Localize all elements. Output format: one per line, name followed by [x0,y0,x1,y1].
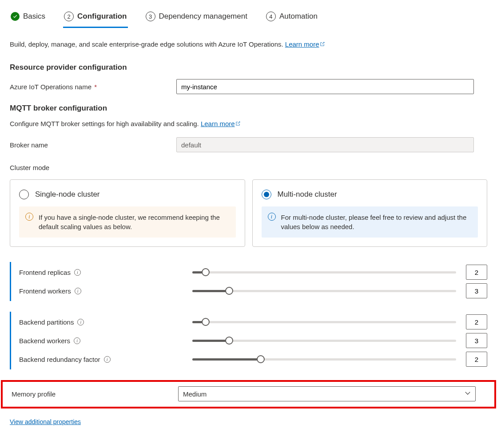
slider-label: Backend partitions [19,318,74,326]
tab-label: Configuration [77,12,127,21]
frontend-replicas-input[interactable] [466,265,487,280]
resource-provider-heading: Resource provider configuration [10,63,487,72]
label-text: Azure IoT Operations name [10,83,91,91]
memory-profile-highlight: Memory profile Medium [1,380,496,408]
step-number-icon: 2 [64,12,74,21]
select-value: Medium [183,390,207,398]
info-icon[interactable]: i [77,319,84,325]
info-icon[interactable]: i [104,356,111,363]
cluster-mode-label: Cluster mode [10,164,487,171]
tab-automation[interactable]: 4 Automation [265,10,318,28]
broker-name-label: Broker name [10,141,176,149]
frontend-workers-input[interactable] [466,283,487,298]
chevron-down-icon [465,390,471,398]
slider-label: Backend redundancy factor [19,356,100,363]
frontend-workers-slider[interactable] [192,287,456,295]
intro-text: Build, deploy, manage, and scale enterpr… [10,40,487,48]
backend-workers-row: Backend workers i [19,331,487,350]
slider-label: Frontend replicas [19,269,71,276]
step-number-icon: 3 [146,12,155,21]
info-icon: i [25,213,33,221]
backend-workers-input[interactable] [466,333,487,348]
frontend-replicas-slider[interactable] [192,268,456,276]
frontend-workers-row: Frontend workers i [19,281,487,300]
tab-label: Basics [23,12,45,21]
required-asterisk: * [94,83,97,91]
info-icon[interactable]: i [74,337,80,344]
multi-node-note: i For multi-node cluster, please feel fr… [262,206,478,238]
single-node-note: i If you have a single-node cluster, we … [19,206,236,238]
backend-partitions-row: Backend partitions i [19,313,487,331]
tab-bar: Basics 2 Configuration 3 Dependency mana… [10,10,487,28]
tab-label: Automation [279,12,318,21]
aio-name-label: Azure IoT Operations name * [10,83,176,91]
aio-name-row: Azure IoT Operations name * [10,79,487,94]
intro-learn-more-link[interactable]: Learn more [285,40,325,48]
tab-basics[interactable]: Basics [10,10,46,28]
external-link-icon [319,41,325,47]
cluster-mode-cards: Single-node cluster i If you have a sing… [10,179,487,247]
broker-name-row: Broker name [10,137,487,152]
backend-workers-slider[interactable] [192,337,456,345]
mqtt-learn-more-link[interactable]: Learn more [201,120,241,127]
backend-redundancy-slider[interactable] [192,355,456,363]
intro-body: Build, deploy, manage, and scale enterpr… [10,40,285,48]
mqtt-heading: MQTT broker configuration [10,104,487,113]
tab-configuration[interactable]: 2 Configuration [63,10,127,28]
single-node-note-text: If you have a single-node cluster, we re… [39,213,230,231]
aio-name-input[interactable] [176,79,474,94]
tab-label: Dependency management [159,12,247,21]
radio-unselected-icon[interactable] [19,190,29,199]
memory-profile-select[interactable]: Medium [178,386,476,401]
backend-redundancy-input[interactable] [466,352,487,367]
link-text: Learn more [285,40,319,48]
tab-dependency-management[interactable]: 3 Dependency management [145,10,248,28]
radio-selected-icon[interactable] [262,190,271,199]
single-node-title: Single-node cluster [35,190,100,199]
slider-label: Frontend workers [19,287,71,295]
link-text: View additional properties [10,418,81,425]
link-text: Learn more [201,120,235,127]
info-icon[interactable]: i [75,288,81,294]
external-link-icon [235,121,241,127]
mqtt-desc: Configure MQTT broker settings for high … [10,120,487,127]
info-icon[interactable]: i [74,269,81,276]
frontend-scaling-group: Frontend replicas i Frontend workers i [10,262,487,301]
multi-node-note-text: For multi-node cluster, please feel free… [281,213,472,231]
mqtt-desc-text: Configure MQTT broker settings for high … [10,120,201,127]
info-icon: i [268,213,276,221]
backend-partitions-input[interactable] [466,314,487,329]
backend-scaling-group: Backend partitions i Backend workers i B… [10,312,487,369]
broker-name-input [176,137,474,152]
step-number-icon: 4 [266,12,276,21]
single-node-card[interactable]: Single-node cluster i If you have a sing… [10,179,245,247]
slider-label: Backend workers [19,337,70,345]
multi-node-title: Multi-node cluster [278,190,337,199]
backend-partitions-slider[interactable] [192,318,456,326]
backend-redundancy-row: Backend redundancy factor i [19,350,487,369]
frontend-replicas-row: Frontend replicas i [19,263,487,281]
multi-node-card[interactable]: Multi-node cluster i For multi-node clus… [252,179,488,247]
check-icon [11,12,20,21]
view-additional-properties-link[interactable]: View additional properties [10,418,81,425]
memory-profile-label: Memory profile [12,390,178,398]
